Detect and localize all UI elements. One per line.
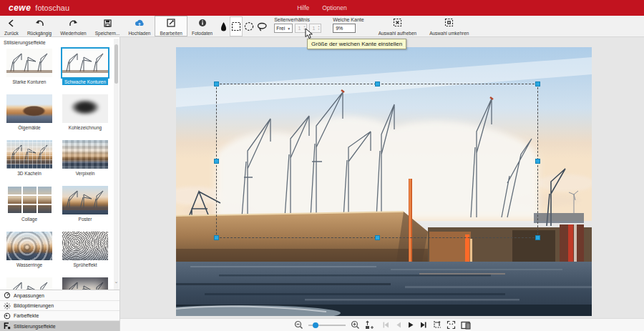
scrollbar-down-icon[interactable]: ⌄ [113, 279, 119, 285]
effect-thumbnail[interactable] [6, 49, 52, 77]
aspect-ratio-label: Seitenverhältnis [274, 17, 321, 22]
aspect-ratio-select[interactable]: Frei▼ [274, 24, 293, 33]
category-farbeffekte[interactable]: Farbeffekte [0, 310, 119, 320]
upload-button[interactable]: Hochladen [124, 16, 155, 36]
effect-thumbnail[interactable] [6, 94, 52, 123]
zoom-in-button[interactable] [351, 320, 360, 330]
feather-group: Weiche Kante 9% [327, 16, 369, 36]
fullscreen-button[interactable] [447, 320, 456, 330]
invert-selection-button[interactable]: Auswahl umkehren [425, 16, 473, 36]
effect-thumbnail[interactable] [6, 232, 52, 260]
rect-select-tool[interactable] [230, 16, 243, 36]
menu-hilfe[interactable]: Hilfe [297, 4, 309, 11]
rect-select-icon [231, 21, 241, 31]
effect-item-schwache-konturen[interactable]: Schwache Konturen [57, 47, 113, 93]
undo-button[interactable]: Rückgängig [23, 16, 56, 36]
cloud-upload-icon [135, 17, 145, 30]
invert-selection-icon [444, 17, 454, 30]
feather-tooltip: Größe der weichen Kante einstellen [307, 39, 406, 49]
zoom-original-button[interactable] [365, 320, 374, 330]
deselect-button[interactable]: Auswahl aufheben [374, 16, 421, 36]
edit-button[interactable]: Bearbeiten [155, 16, 187, 36]
effect-item--lgem-lde[interactable]: Ölgemälde [1, 93, 57, 139]
first-image-button[interactable] [382, 321, 390, 329]
effect-thumbnail[interactable] [62, 277, 108, 290]
back-button[interactable]: Zurück [0, 16, 23, 36]
effect-item-starke-konturen[interactable]: Starke Konturen [1, 47, 57, 93]
selection-handle-sw[interactable] [214, 235, 219, 240]
effect-item-kohlezeichnung[interactable]: Kohlezeichnung [57, 93, 113, 139]
effects-icon [3, 322, 11, 330]
effect-item-wasserringe[interactable]: Wasserringe [1, 230, 57, 276]
effect-label: Kohlezeichnung [67, 124, 104, 131]
category-stilisierungseffekte[interactable]: Stilisierungseffekte [0, 320, 119, 331]
next-image-button[interactable] [419, 321, 427, 329]
effects-sidebar: Stilisierungseffekte Starke KonturenSchw… [0, 37, 120, 331]
brush-icon [220, 22, 227, 31]
category-anpassungen[interactable]: Anpassungen [0, 290, 119, 300]
effect-label: Poster [77, 216, 94, 222]
crop-button[interactable] [432, 320, 441, 330]
ellipse-select-tool[interactable] [243, 16, 255, 36]
effect-item-spr-heffekt[interactable]: Sprüheffekt [57, 230, 113, 276]
selection-handle-nw[interactable] [214, 81, 219, 87]
effect-label: Collage [19, 216, 39, 222]
mouse-cursor [305, 28, 313, 42]
effect-thumbnail[interactable] [6, 186, 52, 214]
effect-thumbnail[interactable] [62, 49, 108, 77]
titlebar: cewe fotoschau Hilfe Optionen [0, 0, 644, 16]
effect-label: 3D Kacheln [15, 170, 44, 177]
photo-canvas[interactable] [176, 47, 592, 316]
effect-item-verpixeln[interactable]: Verpixeln [57, 139, 113, 184]
category-panel: Anpassungen Bildoptimierungen Farbeffekt… [0, 290, 119, 331]
menu-optionen[interactable]: Optionen [322, 4, 347, 11]
chevron-left-icon [7, 17, 15, 30]
effect-item-collage[interactable]: Collage [1, 184, 57, 230]
lasso-select-tool[interactable] [255, 16, 268, 36]
zoom-out-button[interactable] [294, 320, 303, 330]
feather-input[interactable]: 9% [333, 24, 356, 33]
selection-handle-n[interactable] [375, 81, 380, 87]
aspect-ratio-group: Seitenverhältnis Frei▼ 1 ▲▼ 1 ▲▼ [268, 16, 327, 36]
compare-button[interactable] [461, 321, 471, 330]
effect-thumbnail[interactable] [62, 232, 108, 260]
chevron-down-icon: ▼ [287, 26, 291, 31]
selection-handle-e[interactable] [535, 159, 540, 164]
brush-select-tool[interactable] [217, 16, 230, 36]
category-bildoptimierungen[interactable]: Bildoptimierungen [0, 300, 119, 310]
save-icon [104, 17, 112, 30]
effect-thumbnail[interactable] [6, 140, 52, 169]
effect-label: Ölgemälde [16, 124, 42, 131]
photo-info-button[interactable]: Fotodaten [187, 16, 217, 36]
effect-label: Sprüheffekt [71, 262, 99, 268]
effect-thumbnail[interactable] [62, 140, 108, 169]
effect-thumbnail[interactable] [62, 186, 108, 214]
effect-item-poster[interactable]: Poster [57, 184, 113, 230]
redo-icon [69, 17, 78, 30]
effect-item-partial-10[interactable] [1, 276, 57, 290]
selection-handle-s[interactable] [375, 235, 380, 240]
effect-thumbnail[interactable] [6, 277, 52, 290]
bottom-toolbar [120, 318, 644, 331]
sidebar-scrollbar[interactable] [114, 39, 119, 290]
sidebar-header: Stilisierungseffekte [4, 40, 46, 45]
selection-handle-se[interactable] [535, 235, 540, 240]
dial-icon [3, 292, 11, 299]
scrollbar-thumb[interactable] [114, 44, 118, 84]
effect-label: Schwache Konturen [62, 79, 108, 85]
effect-label: Wasserringe [14, 262, 44, 268]
selection-marquee[interactable] [216, 84, 538, 238]
effect-item-partial-11[interactable] [57, 276, 113, 290]
zoom-slider[interactable] [308, 322, 346, 329]
zoom-slider-handle[interactable] [313, 322, 318, 328]
effect-item-3d-kacheln[interactable]: 3D Kacheln [1, 139, 57, 184]
edit-icon [167, 17, 175, 30]
selection-handle-w[interactable] [214, 159, 219, 164]
effect-thumbnail[interactable] [62, 94, 108, 123]
play-slideshow-button[interactable] [407, 321, 414, 329]
previous-image-button[interactable] [395, 321, 402, 329]
save-button[interactable]: Speichern... [91, 16, 125, 36]
selection-handle-ne[interactable] [535, 81, 540, 87]
redo-button[interactable]: Wiederholen [56, 16, 91, 36]
circle-icon [3, 312, 11, 320]
